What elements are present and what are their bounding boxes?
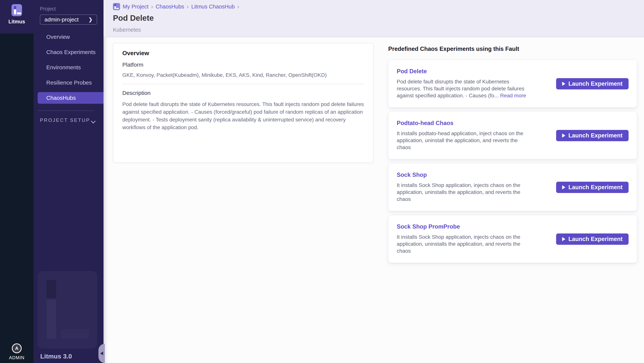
experiment-description: It installs podtato-head application, in… — [397, 130, 526, 151]
sidebar-item-label: Environments — [46, 64, 81, 71]
experiment-title-link[interactable]: Pod Delete — [397, 68, 526, 75]
breadcrumb-chevron-icon: › — [237, 4, 239, 10]
page-header: My Project › ChaosHubs › Litmus ChaosHub… — [104, 0, 644, 37]
sidebar-item-chaoshubs[interactable]: ChaosHubs — [38, 92, 104, 104]
sidebar-divider — [38, 111, 94, 111]
breadcrumb-chaoshubs[interactable]: ChaosHubs — [156, 4, 184, 10]
experiment-title-link[interactable]: Podtato-head Chaos — [397, 120, 526, 127]
experiment-card-pod-delete: Pod Delete Pod delete fault disrupts the… — [388, 60, 637, 108]
launch-experiment-label: Launch Experiment — [568, 236, 622, 242]
breadcrumb-chevron-icon: › — [151, 4, 153, 10]
experiment-description: Pod delete fault disrupts the state of K… — [397, 78, 526, 99]
watermark-stem — [47, 299, 56, 338]
launch-experiment-button[interactable]: Launch Experiment — [556, 182, 628, 193]
overview-divider — [122, 84, 364, 84]
predefined-experiments-heading: Predefined Chaos Experiments using this … — [388, 46, 637, 52]
launch-experiment-button[interactable]: Launch Experiment — [556, 130, 628, 141]
experiment-card-body: Sock Shop It installs Sock Shop applicat… — [397, 170, 526, 204]
sidebar-item-environments[interactable]: Environments — [38, 62, 104, 73]
launch-experiment-label: Launch Experiment — [568, 184, 622, 191]
project-setup-label: PROJECT SETUP — [40, 117, 90, 123]
admin-avatar[interactable]: A — [12, 343, 22, 353]
experiment-title-link[interactable]: Sock Shop PromProbe — [397, 223, 526, 230]
breadcrumb-litmus-chaoshub[interactable]: Litmus ChaosHub — [192, 4, 235, 10]
rail-bottom: A ADMIN — [0, 343, 34, 360]
sidebar-collapse-handle[interactable] — [98, 344, 105, 363]
overview-heading: Overview — [122, 50, 364, 57]
launch-experiment-label: Launch Experiment — [568, 80, 622, 87]
litmus-logo-icon — [12, 4, 22, 16]
litmus-watermark-logo — [38, 271, 97, 349]
breadcrumb-icon-stem — [114, 6, 116, 9]
experiment-card-sock-shop-promprobe: Sock Shop PromProbe It installs Sock Sho… — [388, 215, 637, 263]
play-icon — [562, 82, 565, 86]
main-area: My Project › ChaosHubs › Litmus ChaosHub… — [104, 0, 644, 363]
experiment-card-sock-shop: Sock Shop It installs Sock Shop applicat… — [388, 163, 637, 211]
watermark-dot — [46, 280, 56, 298]
description-label: Description — [122, 90, 364, 96]
litmus-logo-stem — [14, 10, 16, 14]
breadcrumb-my-project[interactable]: My Project — [123, 4, 148, 10]
description-text: Pod delete fault disrupts the state of K… — [122, 100, 364, 131]
predefined-experiments-section: Predefined Chaos Experiments using this … — [388, 43, 637, 267]
sidebar-item-chaos-experiments[interactable]: Chaos Experiments — [38, 46, 104, 58]
project-setup-toggle[interactable]: PROJECT SETUP — [40, 117, 96, 123]
breadcrumb-icon-cap — [114, 4, 116, 6]
chevron-right-icon: ❯ — [88, 17, 92, 23]
project-label: Project — [40, 6, 104, 12]
experiment-title-link[interactable]: Sock Shop — [397, 172, 526, 178]
sidebar-item-label: Overview — [46, 34, 70, 40]
experiment-card-body: Pod Delete Pod delete fault disrupts the… — [397, 67, 526, 101]
experiment-card-body: Sock Shop PromProbe It installs Sock Sho… — [397, 222, 526, 256]
version-label: Litmus 3.0 — [40, 353, 72, 360]
litmus-breadcrumb-icon — [113, 3, 120, 10]
read-more-link[interactable]: Read more — [500, 93, 526, 99]
sidebar-item-label: ChaosHubs — [46, 95, 76, 101]
sidebar-item-label: Resilience Probes — [46, 80, 92, 86]
arrow-left-icon — [100, 351, 103, 355]
litmus-app-window: Litmus A ADMIN Project admin-project ❯ O… — [0, 0, 644, 363]
chevron-down-icon — [91, 119, 96, 122]
experiment-card-podtato-head: Podtato-head Chaos It installs podtato-h… — [388, 112, 637, 159]
launch-experiment-button[interactable]: Launch Experiment — [556, 233, 628, 245]
experiment-card-list: Pod Delete Pod delete fault disrupts the… — [388, 60, 637, 263]
experiment-description: It installs Sock Shop application, injec… — [397, 233, 526, 254]
platform-label: Platform — [122, 62, 364, 68]
launch-experiment-button[interactable]: Launch Experiment — [556, 78, 628, 89]
project-selector[interactable]: admin-project ❯ — [40, 15, 97, 25]
platform-value: GKE, Konvoy, Packet(Kubeadm), Minikube, … — [122, 72, 364, 78]
breadcrumb-chevron-icon: › — [187, 4, 189, 10]
sidebar-nav: Overview Chaos Experiments Environments … — [34, 31, 104, 104]
litmus-home-link[interactable]: Litmus — [0, 0, 34, 34]
litmus-logo-foot — [17, 13, 21, 14]
page-title: Pod Delete — [113, 14, 644, 23]
avatar-letter: A — [15, 346, 18, 351]
admin-label: ADMIN — [9, 355, 24, 360]
watermark-foot — [61, 329, 89, 338]
sidebar-item-label: Chaos Experiments — [46, 49, 96, 55]
launch-experiment-label: Launch Experiment — [568, 132, 622, 139]
content: Overview Platform GKE, Konvoy, Packet(Ku… — [104, 37, 644, 267]
sidebar-item-overview[interactable]: Overview — [38, 31, 104, 43]
litmus-logo-label: Litmus — [8, 19, 25, 25]
fault-overview-card: Overview Platform GKE, Konvoy, Packet(Ku… — [113, 43, 374, 163]
sidebar-item-resilience-probes[interactable]: Resilience Probes — [38, 77, 104, 89]
experiment-card-body: Podtato-head Chaos It installs podtato-h… — [397, 119, 526, 152]
litmus-logo-cap — [14, 6, 16, 9]
left-rail: Litmus A ADMIN — [0, 0, 34, 363]
project-sidebar: Project admin-project ❯ Overview Chaos E… — [34, 0, 104, 363]
breadcrumb: My Project › ChaosHubs › Litmus ChaosHub… — [113, 3, 644, 10]
page-subtitle: Kubernetes — [113, 27, 644, 33]
experiment-description: It installs Sock Shop application, injec… — [397, 182, 526, 203]
project-selector-value: admin-project — [44, 16, 79, 23]
breadcrumb-icon-foot — [116, 8, 119, 9]
play-icon — [562, 185, 565, 189]
play-icon — [562, 134, 565, 138]
play-icon — [562, 237, 565, 241]
